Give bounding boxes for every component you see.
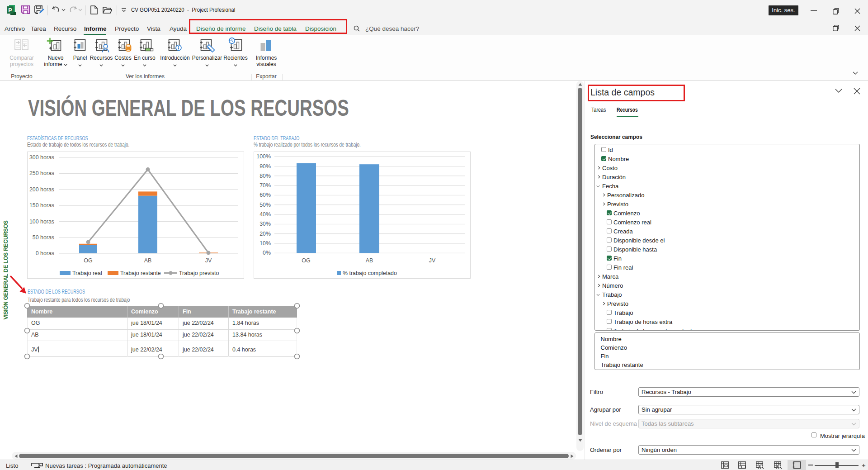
- svg-text:0%: 0%: [263, 250, 271, 256]
- svg-text:150 horas: 150 horas: [29, 202, 54, 209]
- svg-text:20%: 20%: [259, 231, 271, 237]
- svg-text:Trabajo real: Trabajo real: [72, 270, 102, 276]
- svg-text:60%: 60%: [259, 192, 271, 198]
- svg-text:AB: AB: [366, 257, 373, 264]
- svg-text:JV: JV: [429, 257, 436, 264]
- svg-text:50 horas: 50 horas: [33, 234, 54, 241]
- svg-text:Trabajo previsto: Trabajo previsto: [179, 270, 219, 276]
- svg-text:90%: 90%: [259, 163, 271, 170]
- svg-text:% trabajo completado: % trabajo completado: [343, 270, 397, 276]
- svg-text:P: P: [8, 7, 12, 14]
- svg-text:OG: OG: [84, 257, 92, 264]
- svg-text:0 horas: 0 horas: [36, 250, 54, 256]
- svg-text:300 horas: 300 horas: [29, 154, 54, 161]
- svg-text:OG: OG: [302, 257, 310, 264]
- svg-text:JV: JV: [205, 257, 212, 264]
- svg-text:100 horas: 100 horas: [29, 218, 54, 225]
- svg-text:AB: AB: [144, 257, 152, 264]
- svg-text:200 horas: 200 horas: [29, 186, 54, 193]
- svg-text:10%: 10%: [259, 240, 271, 247]
- svg-text:80%: 80%: [259, 173, 271, 179]
- svg-text:30%: 30%: [259, 221, 271, 227]
- svg-text:100%: 100%: [256, 153, 271, 160]
- svg-text:Trabajo restante: Trabajo restante: [120, 270, 161, 276]
- svg-text:70%: 70%: [259, 182, 271, 189]
- svg-text:40%: 40%: [259, 211, 271, 218]
- svg-text:250 horas: 250 horas: [29, 170, 54, 176]
- svg-text:50%: 50%: [259, 202, 271, 208]
